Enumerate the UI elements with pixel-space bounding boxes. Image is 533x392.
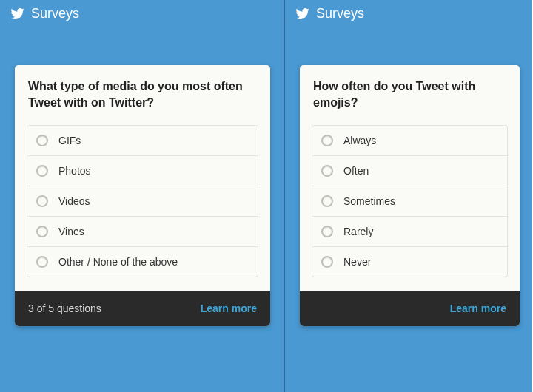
radio-icon	[36, 256, 48, 268]
radio-icon	[321, 165, 333, 177]
radio-icon	[321, 256, 333, 268]
option-item[interactable]: Vines	[27, 217, 258, 247]
radio-icon	[321, 226, 333, 237]
twitter-bird-icon	[10, 8, 25, 20]
survey-card: How often do you Tweet with emojis? Alwa…	[300, 65, 520, 326]
option-item[interactable]: Often	[312, 156, 508, 186]
option-item[interactable]: Other / None of the above	[27, 247, 258, 277]
card-footer: Learn more	[300, 291, 520, 326]
option-item[interactable]: GIFs	[27, 125, 258, 156]
header: Surveys	[285, 0, 532, 27]
learn-more-link[interactable]: Learn more	[201, 303, 257, 314]
learn-more-link[interactable]: Learn more	[450, 303, 506, 314]
card-footer: 3 of 5 questions Learn more	[15, 291, 270, 326]
survey-card: What type of media do you most often Twe…	[15, 65, 270, 326]
radio-icon	[36, 165, 48, 177]
progress-text: 3 of 5 questions	[28, 303, 101, 314]
radio-icon	[321, 135, 333, 146]
twitter-bird-icon	[295, 8, 310, 20]
question-text: How often do you Tweet with emojis?	[300, 65, 520, 125]
radio-icon	[321, 195, 333, 207]
option-label: Never	[343, 256, 371, 268]
option-label: Rarely	[343, 226, 373, 237]
option-item[interactable]: Sometimes	[312, 186, 508, 217]
radio-icon	[36, 135, 48, 146]
option-label: Videos	[58, 195, 90, 207]
header: Surveys	[0, 0, 284, 27]
option-item[interactable]: Always	[312, 125, 508, 156]
option-item[interactable]: Photos	[27, 156, 258, 186]
survey-panel-left: Surveys What type of media do you most o…	[0, 0, 285, 392]
option-label: Sometimes	[343, 195, 395, 207]
survey-panel-right: Surveys How often do you Tweet with emoj…	[285, 0, 532, 392]
option-label: Photos	[58, 165, 91, 177]
option-item[interactable]: Rarely	[312, 217, 508, 247]
header-title: Surveys	[31, 6, 79, 21]
options-list: Always Often Sometimes Rarely Never	[300, 125, 520, 291]
radio-icon	[36, 226, 48, 237]
option-label: Always	[343, 135, 376, 146]
header-title: Surveys	[316, 6, 364, 21]
question-text: What type of media do you most often Twe…	[15, 65, 270, 125]
options-list: GIFs Photos Videos Vines Other / None of…	[15, 125, 270, 291]
option-item[interactable]: Videos	[27, 186, 258, 217]
option-label: Other / None of the above	[58, 256, 178, 268]
option-item[interactable]: Never	[312, 247, 508, 277]
option-label: Vines	[58, 226, 84, 237]
option-label: GIFs	[58, 135, 81, 146]
radio-icon	[36, 195, 48, 207]
option-label: Often	[343, 165, 369, 177]
